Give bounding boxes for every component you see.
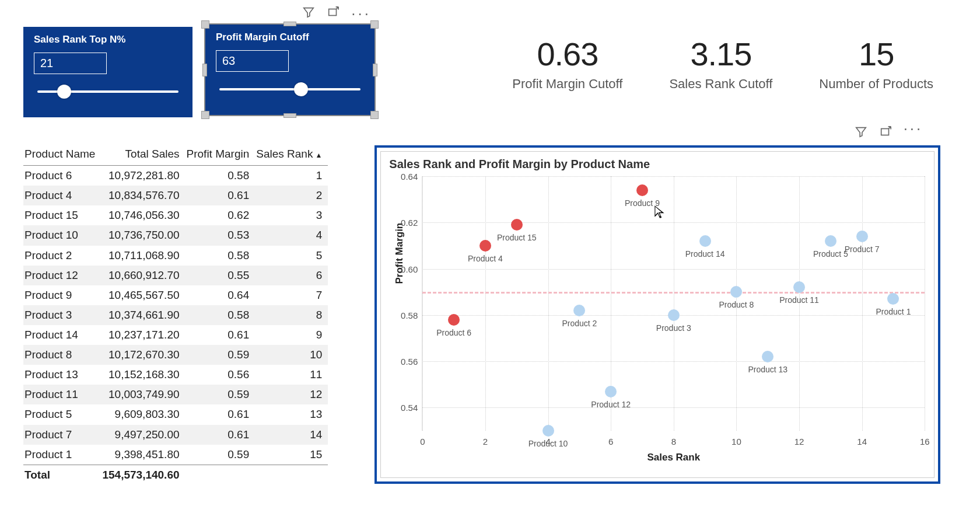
data-point[interactable] (825, 235, 836, 247)
filter-icon[interactable] (855, 125, 867, 141)
card-profit-margin-cutoff[interactable]: 0.63 Profit Margin Cutoff (512, 35, 622, 92)
x-tick: 8 (671, 431, 676, 446)
resize-handle[interactable] (201, 111, 209, 119)
data-point[interactable] (636, 184, 648, 196)
table-row[interactable]: Product 1210,660,912.700.556 (23, 266, 328, 285)
table-row[interactable]: Product 1010,736,750.000.534 (23, 225, 328, 245)
plot-area[interactable]: Sales Rank 02468101214160.540.560.580.60… (422, 176, 925, 431)
table-row[interactable]: Product 910,465,567.500.647 (23, 285, 328, 305)
table-row[interactable]: Product 59,609,803.300.6113 (23, 404, 328, 424)
table-cell: 0.61 (186, 404, 256, 424)
table-row[interactable]: Product 310,374,661.900.588 (23, 305, 328, 325)
x-tick: 6 (608, 431, 613, 446)
resize-handle[interactable] (202, 64, 207, 76)
table-cell: 0.61 (186, 325, 256, 345)
focus-mode-icon[interactable] (327, 6, 340, 21)
table-row[interactable]: Product 410,834,576.700.612 (23, 186, 328, 205)
table-cell: 10,972,281.80 (101, 166, 185, 186)
table-cell: 11 (255, 365, 328, 385)
card-label: Sales Rank Cutoff (669, 76, 772, 92)
data-point[interactable] (511, 219, 523, 231)
slicer-sales-rank-top-n[interactable]: Sales Rank Top N% 21 (23, 27, 192, 117)
y-tick: 0.62 (401, 218, 422, 228)
data-point[interactable] (573, 305, 585, 316)
slicer-value-input[interactable]: 63 (216, 50, 289, 72)
x-tick: 12 (794, 431, 804, 446)
data-point[interactable] (887, 293, 899, 305)
slicer-profit-margin-cutoff[interactable]: Profit Margin Cutoff 63 (205, 25, 374, 115)
focus-mode-icon[interactable] (879, 125, 892, 141)
data-point[interactable] (605, 386, 617, 397)
table-cell: 7 (255, 285, 328, 305)
scatter-visual[interactable]: Sales Rank and Profit Margin by Product … (374, 145, 940, 484)
data-label: Product 11 (779, 295, 819, 305)
column-header[interactable]: Sales Rank▲ (255, 145, 328, 166)
table-cell: 5 (255, 246, 328, 266)
table-row[interactable]: Product 1310,152,168.300.5611 (23, 365, 328, 385)
data-label: Product 13 (748, 365, 788, 374)
slicer-value-input[interactable]: 21 (34, 53, 107, 74)
y-tick: 0.54 (401, 403, 422, 413)
table-cell: 0.61 (186, 425, 256, 445)
slider-thumb[interactable] (294, 82, 308, 96)
table-cell: Product 15 (23, 205, 101, 225)
table-cell: 10,711,068.90 (101, 246, 185, 266)
table-cell: 0.62 (186, 205, 256, 225)
table-cell: 10 (255, 345, 328, 365)
resize-handle[interactable] (370, 111, 379, 119)
table-row[interactable]: Product 1110,003,749.900.5912 (23, 385, 328, 404)
total-sales: 154,573,140.60 (101, 465, 185, 484)
filter-icon[interactable] (302, 6, 315, 21)
table-row[interactable]: Product 210,711,068.900.585 (23, 246, 328, 266)
data-label: Product 4 (468, 254, 503, 263)
table-cell: 12 (255, 385, 328, 404)
table-row[interactable]: Product 79,497,250.000.6114 (23, 425, 328, 445)
table-row[interactable]: Product 1510,746,056.300.623 (23, 205, 328, 225)
resize-handle[interactable] (373, 64, 377, 76)
data-label: Product 12 (591, 400, 631, 409)
resize-handle[interactable] (284, 22, 296, 26)
table-cell: Product 13 (23, 365, 101, 385)
cutoff-line (422, 292, 925, 294)
data-point[interactable] (856, 231, 868, 242)
card-value: 0.63 (512, 35, 622, 73)
data-label: Product 10 (528, 439, 568, 448)
more-options-icon[interactable]: ··· (351, 11, 371, 16)
more-options-icon[interactable]: ··· (904, 125, 923, 141)
table-cell: Product 6 (23, 166, 101, 186)
table-row[interactable]: Product 610,972,281.800.581 (23, 166, 328, 186)
table-cell: Product 12 (23, 266, 101, 285)
data-point[interactable] (730, 286, 742, 298)
resize-handle[interactable] (370, 20, 379, 29)
card-number-of-products[interactable]: 15 Number of Products (819, 35, 933, 92)
table-row[interactable]: Product 810,172,670.300.5910 (23, 345, 328, 365)
resize-handle[interactable] (201, 20, 209, 29)
table-cell: 0.56 (186, 365, 256, 385)
data-label: Product 2 (562, 319, 597, 328)
column-header[interactable]: Profit Margin (186, 145, 256, 166)
column-header[interactable]: Product Name (23, 145, 101, 166)
product-table[interactable]: Product NameTotal SalesProfit MarginSale… (23, 145, 328, 484)
slider-thumb[interactable] (57, 85, 71, 99)
data-point[interactable] (448, 314, 460, 326)
data-point[interactable] (480, 240, 491, 252)
slider-track[interactable] (37, 90, 178, 93)
table-cell: 10,172,670.30 (101, 345, 185, 365)
sort-ascending-icon: ▲ (315, 151, 322, 159)
x-tick: 2 (483, 431, 488, 446)
table-cell: 10,374,661.90 (101, 305, 185, 325)
card-value: 3.15 (669, 35, 772, 73)
table-row[interactable]: Product 1410,237,171.200.619 (23, 325, 328, 345)
y-tick: 0.64 (401, 172, 422, 182)
slider-track[interactable] (219, 88, 360, 90)
column-header[interactable]: Total Sales (101, 145, 185, 166)
table-row[interactable]: Product 19,398,451.800.5915 (23, 445, 328, 465)
data-point[interactable] (762, 351, 774, 362)
resize-handle[interactable] (284, 113, 296, 118)
card-value: 15 (819, 35, 933, 73)
card-sales-rank-cutoff[interactable]: 3.15 Sales Rank Cutoff (669, 35, 772, 92)
data-point[interactable] (542, 425, 554, 437)
data-point[interactable] (699, 235, 711, 247)
data-point[interactable] (793, 281, 805, 293)
data-point[interactable] (668, 309, 680, 321)
